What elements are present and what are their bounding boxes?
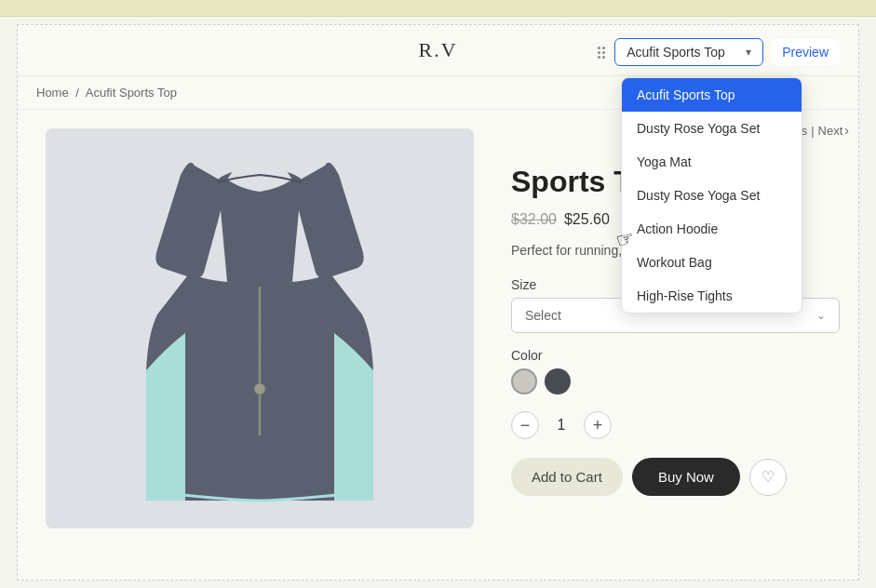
preview-toolbar: Acufit Sports Top ▾ Preview: [596, 38, 840, 66]
breadcrumb-home-link[interactable]: Home: [36, 86, 69, 100]
action-buttons: Add to Cart Buy Now ♡: [511, 458, 840, 496]
original-price: $32.00: [511, 211, 557, 228]
dropdown-item-action-hoodie[interactable]: Action Hoodie: [622, 212, 802, 246]
add-to-cart-button[interactable]: Add to Cart: [511, 458, 623, 496]
heart-icon: ♡: [761, 468, 775, 486]
sale-price: $25.60: [564, 211, 610, 228]
main-wrapper: R.V Acufit Sports Top ▾ Preview Acufit S…: [17, 24, 859, 581]
product-dropdown-menu: Acufit Sports Top Dusty Rose Yoga Set Yo…: [621, 77, 802, 314]
breadcrumb-separator: /: [75, 86, 79, 100]
product-image-svg: [46, 128, 474, 528]
quantity-row: − 1 +: [511, 411, 840, 439]
color-swatches: [511, 368, 840, 394]
quantity-increase-button[interactable]: +: [584, 411, 612, 439]
buy-now-button[interactable]: Buy Now: [632, 458, 740, 496]
color-swatch-dark[interactable]: [545, 368, 571, 394]
top-bar: [0, 0, 876, 17]
size-chevron-icon: ⌄: [816, 309, 826, 322]
drag-handle-icon: [596, 45, 607, 60]
product-selector-label: Acufit Sports Top: [627, 45, 738, 60]
dropdown-item-acufit-sports-top[interactable]: Acufit Sports Top: [622, 78, 802, 112]
color-label: Color: [511, 348, 840, 363]
wishlist-button[interactable]: ♡: [749, 459, 787, 496]
product-image: [46, 128, 474, 528]
nav-pipe: |: [811, 124, 814, 138]
quantity-decrease-button[interactable]: −: [511, 411, 539, 439]
store-header: R.V Acufit Sports Top ▾ Preview: [18, 25, 858, 76]
size-select-text: Select: [525, 308, 561, 323]
dropdown-item-dusty-rose-2[interactable]: Dusty Rose Yoga Set: [622, 179, 802, 212]
product-selector-dropdown[interactable]: Acufit Sports Top ▾: [614, 38, 763, 66]
svg-point-2: [254, 383, 265, 394]
chevron-down-icon: ▾: [746, 46, 751, 59]
store-logo: R.V: [418, 38, 457, 62]
dropdown-item-dusty-rose-1[interactable]: Dusty Rose Yoga Set: [622, 112, 802, 145]
dropdown-item-workout-bag[interactable]: Workout Bag: [622, 246, 802, 279]
color-swatch-light[interactable]: [511, 368, 537, 394]
product-image-section: [18, 110, 502, 575]
dropdown-item-yoga-mat[interactable]: Yoga Mat: [622, 145, 802, 179]
quantity-value: 1: [552, 417, 571, 434]
breadcrumb-current: Acufit Sports Top: [86, 86, 177, 100]
next-product-link[interactable]: Next ›: [818, 123, 849, 138]
preview-button[interactable]: Preview: [771, 39, 840, 65]
dropdown-item-high-rise-tights[interactable]: High-Rise Tights: [622, 279, 802, 313]
color-section: Color: [511, 348, 840, 394]
